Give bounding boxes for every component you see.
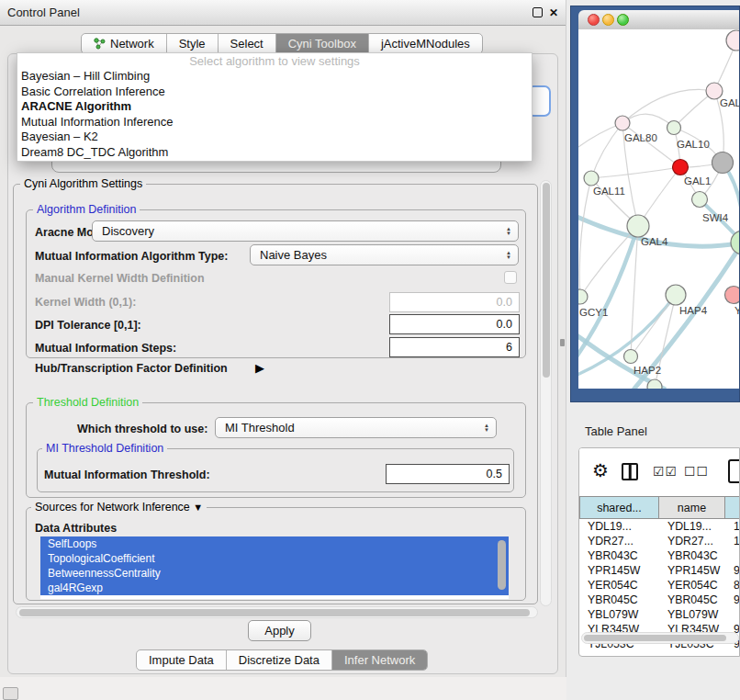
dropdown-item-bayesian-k2[interactable]: Bayesian – K2 bbox=[17, 130, 532, 145]
mi-threshold-field[interactable]: 0.5 bbox=[386, 464, 510, 484]
tab-label: jActiveMNodules bbox=[381, 37, 470, 51]
network-view-window: GALGAL80GAL10GAL1GAL11SWI4GAL4GCY1HAP4YH… bbox=[570, 6, 740, 402]
export-table-icon[interactable] bbox=[728, 459, 740, 483]
settings-horizontal-scrollbar[interactable] bbox=[16, 606, 538, 618]
network-node[interactable] bbox=[667, 121, 681, 135]
corner-grip-icon[interactable] bbox=[3, 687, 18, 700]
attribute-item-gal4rgexp[interactable]: gal4RGexp bbox=[40, 581, 509, 595]
network-node[interactable] bbox=[647, 379, 662, 389]
float-window-icon[interactable] bbox=[533, 7, 543, 17]
table-cell: YBR043C bbox=[659, 548, 725, 563]
table-row[interactable]: YBR045CYBR045C9. bbox=[579, 593, 740, 607]
stepper-arrows-icon: ▲▼ bbox=[484, 423, 489, 433]
data-attributes-list[interactable]: SelfLoopsTopologicalCoefficientBetweenne… bbox=[40, 536, 509, 599]
settings-vertical-scrollbar[interactable] bbox=[540, 180, 552, 606]
table-cell: YPR145W bbox=[659, 563, 725, 578]
table-cell: YDR27... bbox=[579, 534, 659, 548]
node-label: HAP2 bbox=[633, 365, 661, 376]
network-window-titlebar[interactable] bbox=[578, 10, 739, 30]
kernel-width-field[interactable]: 0.0 bbox=[389, 292, 520, 312]
table-cell: 13 bbox=[725, 519, 740, 534]
network-node[interactable] bbox=[712, 152, 734, 174]
table-cell: 9. bbox=[725, 593, 740, 607]
zoom-traffic-light-icon[interactable] bbox=[617, 14, 629, 26]
column-header-shared[interactable]: shared... bbox=[579, 496, 659, 519]
table-row[interactable]: YDL19...YDL19...13 bbox=[579, 519, 740, 534]
close-icon[interactable]: ✕ bbox=[549, 7, 558, 18]
dropdown-item-dream8-dc-tdc-algorithm[interactable]: Dream8 DC_TDC Algorithm bbox=[17, 145, 532, 161]
network-node[interactable] bbox=[627, 215, 649, 237]
table-row[interactable]: YBR043CYBR043C bbox=[579, 548, 740, 563]
column-header-name[interactable]: name bbox=[659, 496, 725, 519]
attribute-item-betweennesscentrality[interactable]: BetweennessCentrality bbox=[40, 566, 509, 581]
control-panel-titlebar: Control Panel ✕ bbox=[0, 0, 566, 26]
deselect-all-columns-icon[interactable]: ☐☐ bbox=[684, 464, 709, 479]
sources-legend: Sources for Network Inference ▼ bbox=[31, 501, 207, 514]
table-row[interactable]: YPR145WYPR145W9. bbox=[579, 563, 740, 578]
network-node[interactable] bbox=[731, 231, 739, 254]
node-label: HAP4 bbox=[679, 305, 708, 316]
mi-steps-field[interactable]: 6 bbox=[389, 337, 520, 357]
columns-icon[interactable] bbox=[622, 463, 638, 480]
gear-icon[interactable]: ⚙ bbox=[592, 459, 609, 481]
attribute-item-topologicalcoefficient[interactable]: TopologicalCoefficient bbox=[40, 551, 509, 566]
network-node[interactable] bbox=[666, 285, 686, 305]
table-row[interactable]: YBL079WYBL079W bbox=[579, 607, 740, 622]
close-traffic-light-icon[interactable] bbox=[588, 14, 600, 26]
attr-list-scroll-thumb[interactable] bbox=[498, 540, 506, 590]
data-attributes-label: Data Attributes bbox=[35, 522, 117, 535]
dropdown-items: Bayesian – Hill ClimbingBasic Correlatio… bbox=[17, 69, 532, 160]
table-cell: YBL079W bbox=[659, 607, 725, 622]
network-canvas[interactable]: GALGAL80GAL10GAL1GAL11SWI4GAL4GCY1HAP4YH… bbox=[578, 29, 739, 389]
screen: Control Panel ✕ NetworkStyleSelectCyni T… bbox=[0, 0, 740, 700]
dpi-tolerance-field[interactable]: 0.0 bbox=[389, 314, 520, 334]
dropdown-item-bayesian-hill-climbing[interactable]: Bayesian – Hill Climbing bbox=[17, 69, 532, 85]
table-horizontal-scrollbar[interactable] bbox=[581, 632, 739, 644]
attribute-item-selfloops[interactable]: SelfLoops bbox=[40, 536, 509, 551]
hub-definition-label[interactable]: Hub/Transcription Factor Definition bbox=[35, 362, 228, 375]
tab-infer-network[interactable]: Infer Network bbox=[331, 650, 427, 670]
aracne-mode-combobox[interactable]: Discovery ▲▼ bbox=[92, 220, 519, 242]
tab-label: Cyni Toolbox bbox=[288, 37, 356, 51]
apply-button[interactable]: Apply bbox=[248, 620, 311, 641]
node-label: SWI4 bbox=[702, 212, 729, 223]
dropdown-item-basic-correlation-inference[interactable]: Basic Correlation Inference bbox=[17, 85, 532, 100]
settings-vscroll-thumb[interactable] bbox=[543, 183, 550, 378]
tab-impute-data[interactable]: Impute Data bbox=[137, 650, 226, 670]
column-header-a[interactable]: A bbox=[725, 496, 740, 519]
minimize-traffic-light-icon[interactable] bbox=[602, 14, 614, 26]
network-node[interactable] bbox=[726, 30, 739, 51]
settings-hscroll-thumb[interactable] bbox=[19, 609, 530, 616]
network-node[interactable] bbox=[624, 350, 638, 364]
table-row[interactable]: YER054CYER054C8. bbox=[579, 578, 740, 593]
network-node[interactable] bbox=[725, 287, 740, 304]
select-all-columns-icon[interactable]: ☑☑ bbox=[653, 464, 678, 479]
network-node[interactable] bbox=[673, 160, 689, 175]
algorithm-dropdown: Select algorithm to view settings Bayesi… bbox=[17, 52, 533, 162]
network-node[interactable] bbox=[615, 116, 630, 130]
dropdown-item-mutual-information-inference[interactable]: Mutual Information Inference bbox=[17, 115, 532, 130]
manual-kernel-checkbox[interactable] bbox=[504, 271, 517, 284]
table-row[interactable]: YDR27...YDR27...12 bbox=[579, 534, 740, 548]
table-cell: YBR045C bbox=[659, 593, 725, 607]
mi-type-combobox[interactable]: Naive Bayes ▲▼ bbox=[250, 244, 519, 265]
network-node[interactable] bbox=[584, 171, 599, 186]
network-node[interactable] bbox=[692, 192, 708, 208]
tab-style[interactable]: Style bbox=[166, 34, 218, 53]
dropdown-item-aracne-algorithm[interactable]: ARACNE Algorithm bbox=[17, 99, 532, 115]
tab-discretize-data[interactable]: Discretize Data bbox=[226, 650, 331, 670]
tab-jactivemnodules[interactable]: jActiveMNodules bbox=[368, 34, 482, 53]
tab-cyni-toolbox[interactable]: Cyni Toolbox bbox=[275, 34, 368, 53]
which-threshold-combobox[interactable]: MI Threshold ▲▼ bbox=[215, 417, 497, 438]
expand-right-icon[interactable]: ▶ bbox=[255, 361, 264, 375]
collapse-down-icon[interactable]: ▼ bbox=[193, 502, 203, 513]
table-hscroll-thumb[interactable] bbox=[584, 635, 726, 641]
tab-network[interactable]: Network bbox=[82, 34, 166, 53]
tab-select[interactable]: Select bbox=[218, 34, 275, 53]
panel-divider-grip[interactable] bbox=[560, 339, 565, 346]
tab-label: Impute Data bbox=[149, 653, 214, 667]
manual-kernel-label: Manual Kernel Width Definition bbox=[35, 272, 205, 285]
bottom-tabbar: Impute DataDiscretize DataInfer Network bbox=[136, 649, 428, 671]
network-node[interactable] bbox=[578, 289, 588, 304]
stepper-arrows-icon: ▲▼ bbox=[506, 227, 511, 236]
